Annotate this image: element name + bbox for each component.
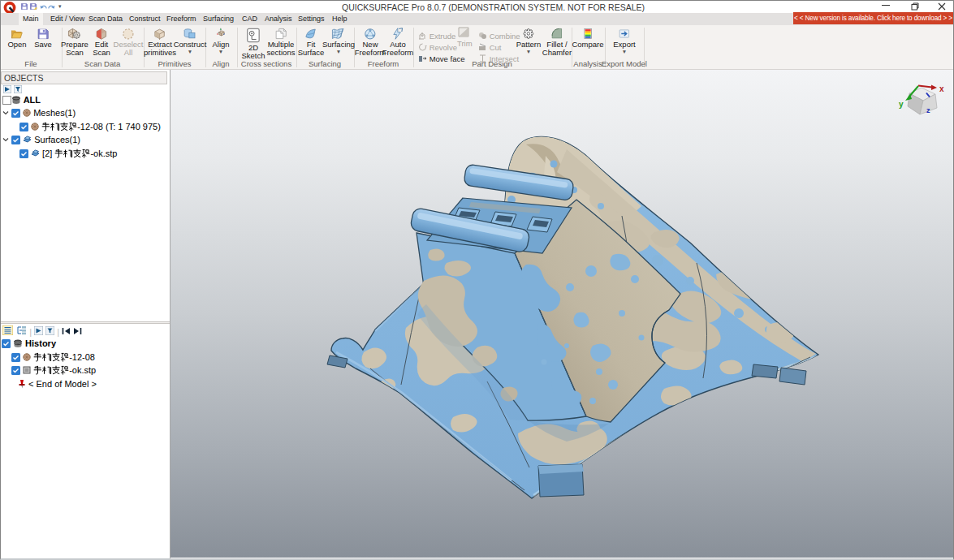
svg-text:z: z xyxy=(926,106,930,114)
svg-text:y: y xyxy=(899,100,904,109)
svg-text:x: x xyxy=(939,84,944,93)
